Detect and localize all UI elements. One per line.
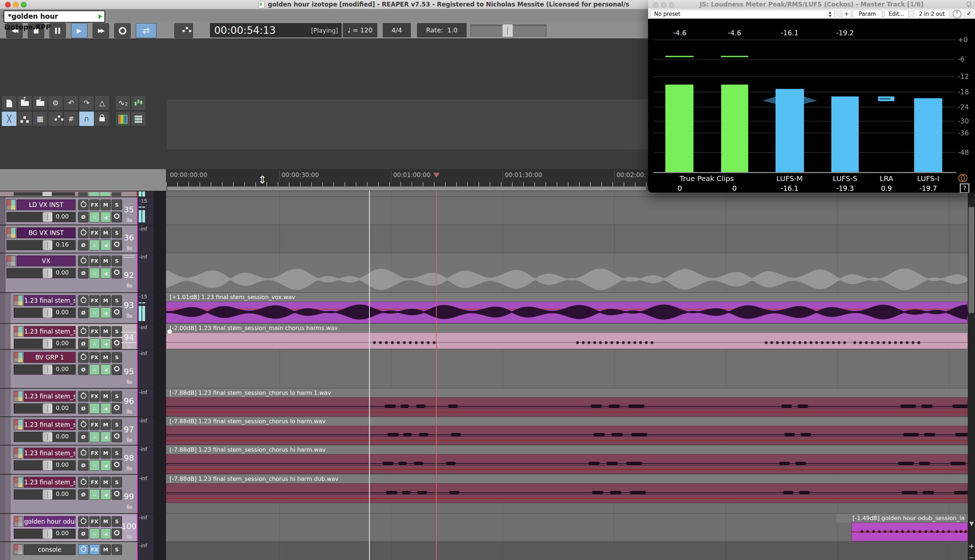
track-color-patch[interactable] bbox=[7, 199, 16, 210]
volume-slider-handle[interactable] bbox=[42, 403, 53, 413]
media-item-label[interactable]: [-7.88dB] 1.23 final stem_session_chorus… bbox=[166, 389, 968, 397]
item-grouping-icon[interactable] bbox=[17, 111, 32, 126]
envelope-button[interactable]: ∴ bbox=[89, 432, 100, 442]
volume-slider-handle[interactable] bbox=[42, 339, 53, 349]
track-enable-button[interactable] bbox=[78, 391, 88, 402]
solo-button[interactable]: S bbox=[112, 255, 122, 266]
edit-button[interactable]: Edit... bbox=[884, 10, 909, 18]
phase-button[interactable]: Ø bbox=[78, 460, 88, 471]
track-name[interactable]: BV GRP 1 bbox=[24, 352, 76, 363]
arrange-track-lane[interactable] bbox=[166, 541, 968, 560]
arrange-track-lane[interactable] bbox=[166, 349, 968, 388]
mute-button[interactable]: M bbox=[100, 391, 111, 402]
phase-button[interactable]: Ø bbox=[78, 307, 88, 318]
fx-button[interactable]: FX bbox=[89, 477, 100, 488]
solo-button[interactable]: S bbox=[112, 227, 122, 238]
crossfade-icon[interactable]: ╳ bbox=[2, 111, 17, 126]
track-name[interactable]: 1.23 final stem_ses bbox=[24, 326, 76, 337]
envelope-button[interactable]: ∴ bbox=[89, 364, 100, 375]
monitor-button[interactable]: ◀ bbox=[100, 403, 111, 414]
track-panel-row[interactable]: golden hour odub_sFXMS0.00Ø∴◀100-inf bbox=[0, 513, 166, 541]
fx-button[interactable]: FX bbox=[89, 295, 100, 306]
bypass-checkbox[interactable]: ✓ bbox=[967, 9, 972, 17]
track-enable-button[interactable] bbox=[78, 516, 88, 527]
new-project-icon[interactable] bbox=[2, 95, 17, 110]
track-color-patch[interactable] bbox=[14, 516, 23, 527]
waveform-edit-icon[interactable]: ∿2 bbox=[115, 95, 131, 110]
phase-button[interactable]: Ø bbox=[78, 338, 88, 349]
open-project-icon[interactable]: ↑ bbox=[17, 95, 32, 110]
track-panel-row[interactable] bbox=[0, 191, 166, 197]
tempo-box[interactable]: ♩ = 120 bbox=[343, 23, 377, 37]
plugin-titlebar[interactable]: JS: Loudness Meter Peak/RMS/LUFS (Cockos… bbox=[648, 0, 975, 9]
envelope-button[interactable]: ∴ bbox=[89, 268, 100, 278]
envelope-button[interactable]: ∴ bbox=[89, 240, 100, 250]
track-enable-button[interactable] bbox=[78, 199, 88, 210]
envelope-button[interactable]: ∴ bbox=[89, 307, 100, 318]
solo-button[interactable]: S bbox=[112, 326, 122, 337]
record-arm-button[interactable] bbox=[112, 240, 122, 250]
fx-button[interactable]: FX bbox=[89, 255, 100, 266]
monitor-button[interactable]: ◀ bbox=[100, 432, 111, 442]
vertical-scrollbar-thumb[interactable] bbox=[968, 207, 974, 313]
mute-button[interactable]: M bbox=[100, 448, 111, 458]
track-panel-row[interactable]: 1.23 final stem_sesFXMS0.00Ø∴◀93-15 bbox=[0, 292, 166, 323]
phase-button[interactable]: Ø bbox=[78, 240, 88, 250]
mute-button[interactable]: M bbox=[100, 199, 111, 210]
fx-button[interactable]: FX bbox=[89, 352, 100, 363]
solo-button[interactable]: S bbox=[112, 352, 122, 363]
track-name[interactable]: LD VX INST bbox=[17, 199, 76, 210]
track-panel-row[interactable]: consoleFXMS-inf bbox=[0, 541, 166, 560]
fx-button[interactable]: FX bbox=[89, 419, 100, 430]
metronome-icon[interactable]: △ bbox=[94, 95, 110, 110]
monitor-button[interactable]: ◀ bbox=[100, 212, 111, 222]
loudness-meter-plugin-window[interactable]: JS: Loudness Meter Peak/RMS/LUFS (Cockos… bbox=[648, 0, 975, 193]
rate-box[interactable]: Rate: 1.0 bbox=[417, 23, 467, 37]
track-name[interactable]: VX bbox=[17, 255, 76, 266]
media-item-label[interactable]: [-7.88dB] 1.23 final stem_session_chorus… bbox=[166, 445, 968, 454]
track-enable-button[interactable] bbox=[78, 419, 88, 430]
preset-dropdown[interactable]: No preset ▲▼ bbox=[650, 10, 835, 18]
close-window-button[interactable] bbox=[5, 2, 11, 8]
mute-button[interactable]: M bbox=[100, 326, 111, 337]
fx-button[interactable]: FX bbox=[89, 227, 100, 238]
stripes-icon[interactable] bbox=[131, 111, 146, 126]
monitor-button[interactable]: ◀ bbox=[100, 338, 111, 349]
io-button[interactable]: 2 in 2 out bbox=[914, 10, 950, 18]
mute-button[interactable]: M bbox=[100, 516, 111, 527]
phase-button[interactable]: Ø bbox=[78, 432, 88, 442]
track-enable-button[interactable] bbox=[78, 326, 88, 337]
record-arm-button[interactable] bbox=[112, 268, 122, 278]
track-color-patch[interactable] bbox=[14, 419, 23, 430]
media-item[interactable] bbox=[166, 454, 968, 474]
mute-button[interactable]: M bbox=[100, 255, 111, 266]
time-signature-box[interactable]: 4/4 bbox=[383, 23, 411, 37]
save-project-icon[interactable]: ↓ bbox=[32, 95, 48, 110]
track-color-patch[interactable] bbox=[7, 255, 16, 266]
zoom-window-button[interactable] bbox=[21, 2, 27, 8]
track-name[interactable]: 1.23 final stem_ses bbox=[24, 477, 76, 488]
solo-button[interactable]: S bbox=[112, 448, 122, 458]
track-name[interactable]: golden hour odub_s bbox=[24, 516, 76, 527]
forward-button[interactable]: ▶▶ bbox=[92, 23, 109, 38]
monitor-button[interactable]: ◀ bbox=[100, 460, 111, 471]
record-button[interactable] bbox=[114, 23, 131, 38]
media-item[interactable] bbox=[166, 426, 968, 445]
track-panel-row[interactable]: 1.23 final stem_sesFXMS0.00Ø∴◀98-inf bbox=[0, 445, 166, 474]
horizontal-scrollbar-thumb[interactable] bbox=[167, 187, 646, 190]
solo-button[interactable]: S bbox=[112, 516, 122, 527]
track-color-patch[interactable] bbox=[14, 544, 23, 555]
volume-slider-handle[interactable] bbox=[42, 308, 53, 318]
record-arm-button[interactable] bbox=[112, 432, 122, 442]
record-arm-button[interactable] bbox=[112, 528, 122, 539]
record-arm-button[interactable] bbox=[112, 338, 122, 349]
track-color-patch[interactable] bbox=[14, 391, 23, 402]
solo-button[interactable]: S bbox=[112, 477, 122, 488]
fx-button[interactable]: FX bbox=[89, 448, 100, 458]
docker-icon[interactable]: ▦ bbox=[32, 111, 48, 126]
media-item-label[interactable]: [-7.88dB] 1.23 final stem_session_chorus… bbox=[166, 417, 968, 426]
record-arm-button[interactable] bbox=[112, 212, 122, 222]
envelope-button[interactable]: ∴ bbox=[89, 528, 100, 539]
media-item[interactable] bbox=[166, 483, 968, 503]
mute-button[interactable]: M bbox=[100, 352, 111, 363]
